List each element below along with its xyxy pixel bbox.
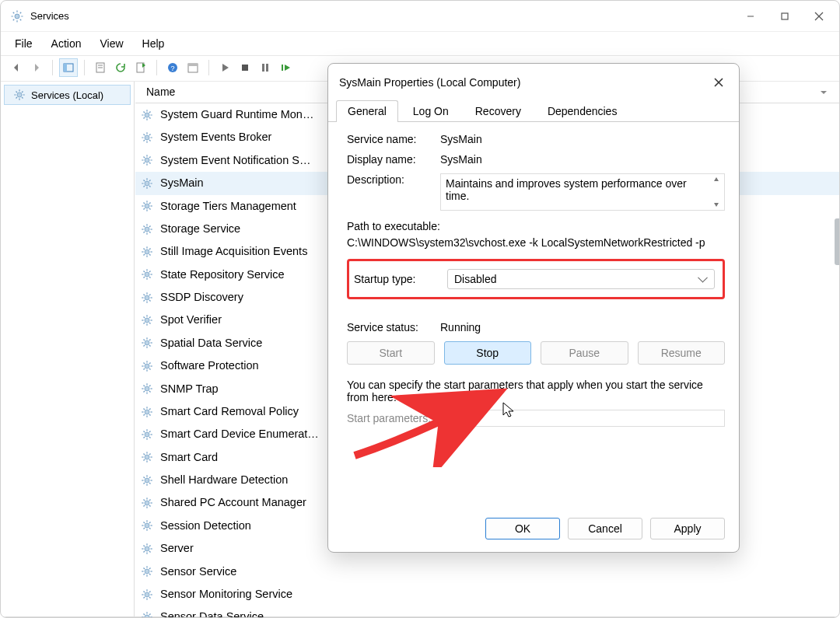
description-box[interactable]: Maintains and improves system performanc…: [440, 173, 725, 211]
gear-icon: [140, 199, 154, 213]
titlebar: Services: [1, 1, 839, 32]
svg-line-231: [149, 597, 151, 599]
svg-point-81: [145, 227, 149, 232]
svg-point-207: [145, 546, 149, 551]
svg-point-216: [145, 569, 149, 574]
minimize-button[interactable]: [733, 4, 768, 29]
stop-button[interactable]: Stop: [444, 341, 532, 365]
svg-point-234: [145, 615, 149, 618]
svg-line-232: [144, 597, 145, 599]
svg-line-34: [16, 97, 18, 99]
tab-logon[interactable]: Log On: [401, 100, 460, 122]
service-row[interactable]: Sensor Data Service: [135, 606, 839, 618]
resume-button: Resume: [638, 341, 726, 365]
show-hide-tree-icon[interactable]: [59, 58, 78, 77]
tree-node-services-local[interactable]: Services (Local): [4, 85, 131, 105]
value-service-status: Running: [440, 321, 481, 333]
svg-line-169: [144, 437, 145, 438]
svg-line-230: [144, 591, 145, 592]
calendar-icon[interactable]: [184, 58, 202, 77]
refresh-icon[interactable]: [111, 58, 130, 77]
svg-line-5: [13, 12, 15, 13]
svg-line-86: [144, 225, 145, 227]
service-row-label: Smart Card Removal Policy: [160, 402, 299, 421]
gear-icon: [140, 245, 154, 259]
cancel-button[interactable]: Cancel: [568, 518, 642, 539]
maximize-button[interactable]: [768, 4, 802, 29]
svg-line-150: [149, 391, 151, 393]
svg-line-176: [144, 454, 145, 456]
service-row-label: System Events Broker: [160, 127, 271, 147]
svg-line-123: [149, 323, 151, 324]
dialog-title: SysMain Properties (Local Computer): [339, 76, 708, 89]
dialog-tabs: General Log On Recovery Dependencies: [328, 100, 739, 122]
menu-help[interactable]: Help: [136, 34, 177, 53]
svg-point-0: [15, 14, 19, 19]
nav-forward-icon[interactable]: [27, 58, 46, 77]
start-params-input: [440, 410, 725, 427]
svg-line-177: [149, 459, 151, 461]
dialog-close-button[interactable]: [708, 72, 730, 93]
svg-point-72: [145, 204, 149, 208]
gear-icon: [140, 588, 154, 602]
gear-icon: [140, 564, 154, 578]
svg-line-69: [149, 186, 151, 187]
start-button: Start: [347, 341, 435, 365]
play-icon[interactable]: [215, 58, 234, 77]
gear-icon: [140, 496, 154, 510]
service-row-label: SSDP Discovery: [160, 288, 243, 307]
svg-line-78: [149, 208, 151, 210]
svg-rect-25: [266, 64, 268, 72]
menu-view[interactable]: View: [93, 34, 135, 53]
tab-recovery[interactable]: Recovery: [464, 100, 533, 122]
gear-icon: [140, 473, 154, 487]
value-description: Maintains and improves system performanc…: [446, 177, 687, 202]
svg-line-158: [144, 408, 145, 410]
tab-general[interactable]: General: [336, 100, 398, 122]
window-title: Services: [30, 10, 69, 22]
description-scroll-icons[interactable]: [710, 176, 723, 208]
service-row[interactable]: Sensor Monitoring Service: [135, 583, 839, 606]
svg-text:?: ?: [170, 65, 174, 72]
properties-dialog: SysMain Properties (Local Computer) Gene…: [327, 63, 740, 553]
svg-point-180: [145, 478, 149, 483]
value-path: C:\WINDOWS\system32\svchost.exe -k Local…: [347, 235, 725, 251]
svg-line-7: [13, 19, 15, 20]
label-path: Path to executable:: [347, 218, 725, 235]
ok-button[interactable]: OK: [485, 518, 560, 539]
svg-line-131: [144, 340, 145, 341]
export-icon[interactable]: [131, 58, 150, 77]
properties-icon[interactable]: [91, 58, 110, 77]
service-row-label: Storage Service: [160, 219, 240, 239]
tree-pane: Services (Local): [1, 82, 135, 616]
svg-line-8: [20, 12, 22, 13]
nav-back-icon[interactable]: [7, 58, 26, 77]
help-icon[interactable]: ?: [163, 58, 182, 77]
restart-icon[interactable]: [276, 58, 295, 77]
svg-line-167: [144, 431, 145, 432]
close-button[interactable]: [802, 4, 836, 29]
svg-point-90: [145, 250, 149, 254]
menu-action[interactable]: Action: [45, 34, 94, 53]
menu-file[interactable]: File: [9, 34, 45, 53]
svg-line-68: [144, 180, 145, 181]
pause-icon[interactable]: [256, 58, 275, 77]
apply-button[interactable]: Apply: [650, 518, 725, 539]
startup-type-dropdown[interactable]: Disabled: [447, 269, 715, 289]
svg-line-96: [149, 254, 151, 256]
svg-point-45: [145, 135, 149, 140]
scrollbar-thumb[interactable]: [835, 218, 839, 265]
label-display-name: Display name:: [347, 153, 440, 166]
service-row-label: SysMain: [160, 173, 204, 193]
stop-icon[interactable]: [236, 58, 254, 77]
svg-line-60: [149, 162, 151, 164]
svg-line-179: [149, 454, 151, 456]
svg-line-107: [149, 271, 151, 273]
gear-icon: [140, 153, 154, 167]
svg-line-195: [149, 505, 151, 507]
service-row[interactable]: Sensor Service: [135, 560, 839, 583]
tab-dependencies[interactable]: Dependencies: [536, 100, 629, 122]
svg-line-115: [144, 300, 145, 302]
label-start-params: Start parameters:: [347, 412, 440, 424]
svg-line-52: [144, 140, 145, 141]
